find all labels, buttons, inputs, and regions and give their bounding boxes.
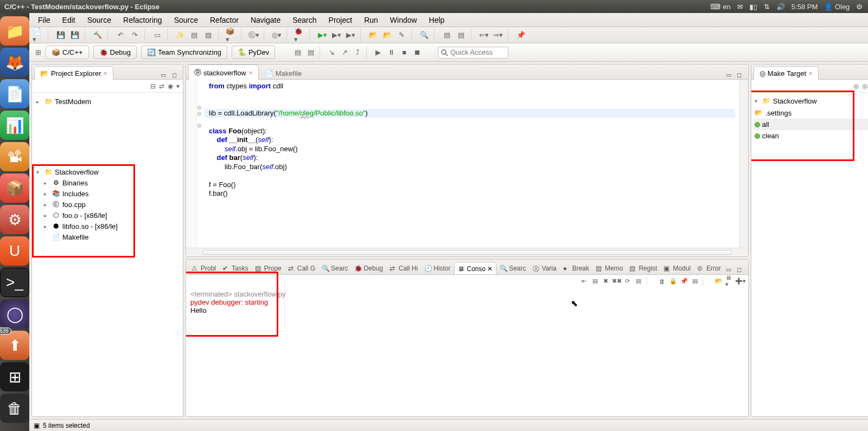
mk-project[interactable]: ▾📁Stackoverflow xyxy=(754,95,868,107)
view-tab[interactable]: 🔍Searc xyxy=(496,262,529,274)
minimize-view-icon[interactable]: ▭ xyxy=(724,266,733,274)
con-icon[interactable]: ▤ xyxy=(591,277,599,286)
run-icon[interactable]: ▶▾ xyxy=(317,30,328,41)
mk-target[interactable]: clean xyxy=(754,130,868,141)
con-display-icon[interactable]: 🖥▾ xyxy=(725,277,734,286)
view-tab[interactable]: ⇄Call G xyxy=(285,262,318,274)
stop-icon[interactable]: ■ xyxy=(399,47,410,58)
menu-project[interactable]: Project xyxy=(323,14,358,26)
collapse-all-icon[interactable]: ⊟ xyxy=(150,82,156,90)
close-view-icon[interactable]: ✕ xyxy=(103,70,107,76)
menu-window[interactable]: Window xyxy=(385,14,423,26)
view-tab[interactable]: ▤Regist xyxy=(626,262,660,274)
newproj-icon[interactable]: 📦▾ xyxy=(226,30,237,41)
build-icon[interactable]: 🔨 xyxy=(92,30,103,41)
close-tab-icon[interactable]: ✕ xyxy=(248,70,253,76)
launcher-eclipse[interactable]: ◯ xyxy=(0,299,29,329)
view-tab[interactable]: ●Break xyxy=(560,262,592,274)
target-icon[interactable]: ◎▾ xyxy=(271,30,282,41)
perspective-cpp[interactable]: 📦C/C++ xyxy=(46,46,89,59)
perspective-debug[interactable]: 🐞Debug xyxy=(93,46,137,59)
launcher-workspaces[interactable]: ⊞ xyxy=(0,362,29,391)
save-icon[interactable]: 💾 xyxy=(55,30,66,41)
menu-source[interactable]: Source xyxy=(82,14,117,26)
launcher-impress[interactable]: 📽 xyxy=(0,142,29,171)
search-icon[interactable]: 🔍 xyxy=(419,30,430,41)
step3-icon[interactable]: ⤴ xyxy=(352,47,363,58)
edit-icon[interactable]: ✎ xyxy=(396,30,407,41)
launcher-software[interactable]: U xyxy=(0,236,29,266)
view-tab[interactable]: ⊘Error xyxy=(694,262,724,274)
step2-icon[interactable]: ↗ xyxy=(339,47,350,58)
view-tab[interactable]: 🔍Searc xyxy=(318,262,351,274)
disc-icon[interactable]: ⏹ xyxy=(412,47,423,58)
con-icon[interactable]: ⇤ xyxy=(580,277,589,286)
focus-icon[interactable]: ◉ xyxy=(168,82,173,90)
make-target-tab[interactable]: ◎Make Target ✕ xyxy=(754,66,819,80)
launcher-calc[interactable]: 📊 xyxy=(0,111,29,140)
menu-run[interactable]: Run xyxy=(359,14,384,26)
tree-item[interactable]: ▸⬢libfoo.so - [x86/le] xyxy=(34,221,181,231)
con-pin-icon[interactable]: 📌 xyxy=(680,277,688,286)
tree-item[interactable]: 📄Makefile xyxy=(34,231,181,242)
box-icon[interactable]: ▭ xyxy=(152,30,163,41)
launcher-writer[interactable]: 📄 xyxy=(0,79,29,108)
tree-item[interactable]: ▸📚Includes xyxy=(34,188,181,199)
mk-target[interactable]: all xyxy=(754,119,868,130)
undo-icon[interactable]: ↶ xyxy=(115,30,126,41)
maximize-view-icon[interactable]: ◻ xyxy=(735,266,744,274)
view-tab-console[interactable]: 🖥Conso ✕ xyxy=(454,262,497,275)
battery-icon[interactable]: ▮▯ xyxy=(750,3,757,11)
make-target-tree[interactable]: ▾📁Stackoverflow 📂.settings all clean xyxy=(751,93,868,416)
minimize-editor-icon[interactable]: ▭ xyxy=(724,70,733,79)
resume-icon[interactable]: ▶ xyxy=(373,47,384,58)
view-tab[interactable]: ▤Memo xyxy=(592,262,626,274)
outline-icon[interactable]: ▤ xyxy=(442,30,452,41)
tree-item[interactable]: ▸⬡foo.o - [x86/le] xyxy=(34,210,181,221)
con-clear-icon[interactable]: 🗑 xyxy=(658,277,667,286)
saveall-icon[interactable]: 💾 xyxy=(69,30,80,41)
editor-hscrollbar[interactable] xyxy=(186,248,748,256)
view-tab[interactable]: ✔Tasks xyxy=(219,262,252,274)
con-icon[interactable]: ▤ xyxy=(634,277,643,286)
menu-source2[interactable]: Source xyxy=(169,14,203,26)
tree-project[interactable]: ▸📁TestModem xyxy=(34,96,181,107)
new-icon[interactable]: 📄▾ xyxy=(33,30,43,41)
launcher-files[interactable]: 📁 xyxy=(0,16,29,46)
quick-access-input[interactable] xyxy=(438,47,508,59)
project-explorer-tab[interactable]: 📂 Project Explorer ✕ xyxy=(34,66,113,80)
menu-search[interactable]: Search xyxy=(287,14,322,26)
minimize-view-icon[interactable]: ▭ xyxy=(159,70,168,79)
pause-icon[interactable]: ⏸ xyxy=(386,47,397,58)
view-tab[interactable]: ▤Prope xyxy=(252,262,285,274)
open-perspective-icon[interactable]: ⊞ xyxy=(33,47,43,58)
menu-navigate[interactable]: Navigate xyxy=(245,14,286,26)
launcher-terminal[interactable]: >_ xyxy=(0,268,29,297)
tree-project[interactable]: ▾📁Stackoverflow xyxy=(34,166,181,177)
volume-icon[interactable]: 🔊 xyxy=(776,3,785,11)
redo-icon[interactable]: ↷ xyxy=(129,30,140,41)
view-tab[interactable]: 🕘Histor xyxy=(421,262,454,274)
launcher-updates[interactable]: ⬆639 xyxy=(0,331,29,360)
editor-tab[interactable]: 📄Makefile xyxy=(259,66,308,80)
runext-icon[interactable]: ▶▾ xyxy=(331,30,342,41)
tree-item[interactable]: ▸⚙Binaries xyxy=(34,177,181,188)
tb-icon[interactable]: ▤ xyxy=(189,30,200,41)
editor-vscrollbar[interactable] xyxy=(739,80,748,248)
view-tab[interactable]: 🐞Debug xyxy=(351,262,386,274)
edit-target-icon[interactable]: ◎ xyxy=(862,82,867,90)
launcher-trash[interactable]: 🗑 xyxy=(0,394,29,423)
launcher-firefox[interactable]: 🦊 xyxy=(0,48,29,77)
code-editor[interactable]: ⊖⊖⊖ from ctypes import cdll lib = cdll.L… xyxy=(186,80,748,248)
folder-icon[interactable]: 📂 xyxy=(368,30,379,41)
con-icon[interactable]: ⟳ xyxy=(623,277,632,286)
launcher-settings[interactable]: ⚙ xyxy=(0,205,29,234)
user-menu[interactable]: 👤 Oleg xyxy=(824,3,850,11)
tb-misc1-icon[interactable]: ▤ xyxy=(292,47,303,58)
menu-refactor[interactable]: Refactor xyxy=(205,14,244,26)
con-lock-icon[interactable]: 🔒 xyxy=(669,277,678,286)
con-open-icon[interactable]: 📂 xyxy=(714,277,723,286)
tree-item[interactable]: ▸ⓒfoo.cpp xyxy=(34,199,181,210)
con-icon[interactable]: ▤ xyxy=(691,277,699,286)
network-icon[interactable]: ⇅ xyxy=(764,3,770,11)
